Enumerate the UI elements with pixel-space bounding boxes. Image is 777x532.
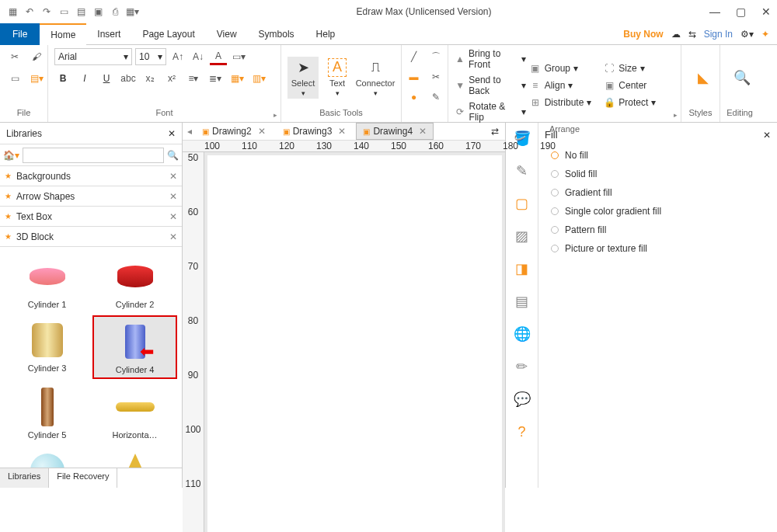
pen-tool-icon[interactable]: ✎ xyxy=(427,89,444,106)
font-family-select[interactable]: Arial▾ xyxy=(54,48,132,65)
comment-icon[interactable]: 💬 xyxy=(511,388,533,410)
cut-icon[interactable]: ✂ xyxy=(6,48,23,65)
paste-icon[interactable]: ▤▾ xyxy=(28,70,45,87)
web-icon[interactable]: 🌐 xyxy=(511,323,533,345)
center-button[interactable]: ▣Center xyxy=(603,79,674,92)
undo-icon[interactable]: ↶ xyxy=(23,5,36,18)
options-icon[interactable]: ▦▾ xyxy=(126,5,138,18)
bold-button[interactable]: B xyxy=(54,70,71,87)
text-tool[interactable]: AText▾ xyxy=(322,57,353,99)
fill-option[interactable]: Solid fill xyxy=(551,169,765,179)
shape-fill-icon[interactable]: ▢ xyxy=(511,193,533,214)
sign-in-link[interactable]: Sign In xyxy=(704,29,733,40)
file-menu[interactable]: File xyxy=(0,23,40,45)
home-icon[interactable]: 🏠▾ xyxy=(3,150,19,161)
library-category[interactable]: ★3D Block✕ xyxy=(0,227,182,247)
page-icon[interactable]: ▤ xyxy=(511,290,533,312)
shape-cylinder-1[interactable]: Cylinder 1 xyxy=(5,252,89,312)
align-v-button[interactable]: ▥▾ xyxy=(250,70,267,87)
category-close-icon[interactable]: ✕ xyxy=(169,171,177,182)
styles-button[interactable]: ◣ xyxy=(688,67,719,89)
crop-tool-icon[interactable]: ✂ xyxy=(427,68,444,85)
arc-tool-icon[interactable]: ⌒ xyxy=(427,48,444,65)
size-button[interactable]: ⛶Size▾ xyxy=(603,62,674,75)
highlight-icon[interactable]: ▭▾ xyxy=(230,48,247,65)
search-icon[interactable]: 🔍 xyxy=(167,150,179,161)
gear-icon[interactable]: ⚙▾ xyxy=(740,29,754,40)
distribute-button[interactable]: ⊞Distribute▾ xyxy=(529,96,601,109)
italic-button[interactable]: I xyxy=(76,70,93,87)
buy-now-link[interactable]: Buy Now xyxy=(623,29,663,40)
copy-icon[interactable]: ▭ xyxy=(6,70,23,87)
library-search-input[interactable] xyxy=(23,148,164,163)
library-category[interactable]: ★Backgrounds✕ xyxy=(0,166,182,186)
fill-option[interactable]: No fill xyxy=(551,150,765,161)
rect-tool-icon[interactable]: ▬ xyxy=(406,68,423,85)
font-color-icon[interactable]: A xyxy=(210,48,227,65)
fill-option[interactable]: Single color gradient fill xyxy=(551,206,765,217)
tab-symbols[interactable]: Symbols xyxy=(248,23,305,45)
send-to-back-button[interactable]: ▼Send to Back▾ xyxy=(455,75,526,96)
edit-icon[interactable]: ✏ xyxy=(511,356,533,377)
help-icon[interactable]: ? xyxy=(511,421,533,443)
fill-option[interactable]: Gradient fill xyxy=(551,187,765,198)
doc-tab[interactable]: ▣Drawing3✕ xyxy=(276,123,354,140)
maximize-button[interactable]: ▢ xyxy=(736,5,746,18)
spacing-button[interactable]: ≣▾ xyxy=(207,70,224,87)
group-button[interactable]: ▣Group▾ xyxy=(529,62,601,75)
doc-tab[interactable]: ▣Drawing2✕ xyxy=(195,123,273,140)
tab-nav-icon[interactable]: ⇄ xyxy=(491,126,499,137)
tab-home[interactable]: Home xyxy=(40,23,86,45)
grow-font-icon[interactable]: A↑ xyxy=(169,48,186,65)
tab-view[interactable]: View xyxy=(206,23,248,45)
protect-button[interactable]: 🔒Protect▾ xyxy=(603,96,674,109)
tabs-arrow-left[interactable]: ◂ xyxy=(187,126,192,137)
rotate-flip-button[interactable]: ⟳Rotate & Flip▾ xyxy=(455,101,526,123)
tab-page-layout[interactable]: Page Layout xyxy=(131,23,205,45)
category-close-icon[interactable]: ✕ xyxy=(169,231,177,242)
shape-cylinder-2[interactable]: Cylinder 2 xyxy=(92,252,177,312)
editing-button[interactable]: 🔍 xyxy=(726,67,758,89)
bullets-button[interactable]: ≡▾ xyxy=(185,70,202,87)
doc-close-icon[interactable]: ✕ xyxy=(338,126,346,137)
fill-option[interactable]: Pattern fill xyxy=(551,224,765,235)
shrink-font-icon[interactable]: A↓ xyxy=(190,48,207,65)
superscript-button[interactable]: x² xyxy=(163,70,180,87)
fill-option[interactable]: Picture or texture fill xyxy=(551,243,765,254)
line-style-icon[interactable]: ✎ xyxy=(511,160,533,182)
category-close-icon[interactable]: ✕ xyxy=(169,211,177,222)
fill-panel-close-icon[interactable]: ✕ xyxy=(763,130,771,141)
connector-tool[interactable]: ⎍Connector▾ xyxy=(356,57,395,99)
format-painter-icon[interactable]: 🖌 xyxy=(28,48,45,65)
underline-button[interactable]: U xyxy=(98,70,115,87)
ellipse-tool-icon[interactable]: ● xyxy=(406,89,423,106)
shape-cylinder-3[interactable]: Cylinder 3 xyxy=(5,315,89,379)
minimize-button[interactable]: — xyxy=(709,5,720,18)
open-icon[interactable]: ▤ xyxy=(75,5,87,18)
tab-help[interactable]: Help xyxy=(305,23,347,45)
left-tab-file-recovery[interactable]: File Recovery xyxy=(49,468,117,488)
new-icon[interactable]: ▭ xyxy=(57,5,70,18)
bring-to-front-button[interactable]: ▲Bring to Front▾ xyxy=(455,48,526,70)
arrange-dialog-launcher[interactable]: ▸ xyxy=(674,111,678,119)
close-button[interactable]: ✕ xyxy=(761,5,771,18)
line-tool-icon[interactable]: ╱ xyxy=(406,48,423,65)
font-size-select[interactable]: 10▾ xyxy=(135,48,166,65)
canvas[interactable] xyxy=(207,155,502,532)
shape-cylinder-4[interactable]: Cylinder 4 xyxy=(92,315,177,379)
libraries-close-icon[interactable]: ✕ xyxy=(168,128,176,139)
left-tab-libraries[interactable]: Libraries xyxy=(0,468,49,488)
edraw-logo-icon[interactable]: ✦ xyxy=(761,29,769,40)
share-icon[interactable]: ⇆ xyxy=(688,29,696,40)
library-category[interactable]: ★Arrow Shapes✕ xyxy=(0,186,182,207)
picture-icon[interactable]: ▨ xyxy=(511,225,533,247)
library-category[interactable]: ★Text Box✕ xyxy=(0,207,182,227)
category-close-icon[interactable]: ✕ xyxy=(169,191,177,202)
doc-close-icon[interactable]: ✕ xyxy=(258,126,266,137)
select-tool[interactable]: ➤Select▾ xyxy=(287,57,319,99)
shape-cone-3[interactable]: Cone 3 xyxy=(92,446,177,468)
font-dialog-launcher[interactable]: ▸ xyxy=(274,111,277,119)
redo-icon[interactable]: ↷ xyxy=(40,5,53,18)
shadow-icon[interactable]: ◨ xyxy=(511,258,533,280)
cloud-icon[interactable]: ☁ xyxy=(671,29,681,40)
